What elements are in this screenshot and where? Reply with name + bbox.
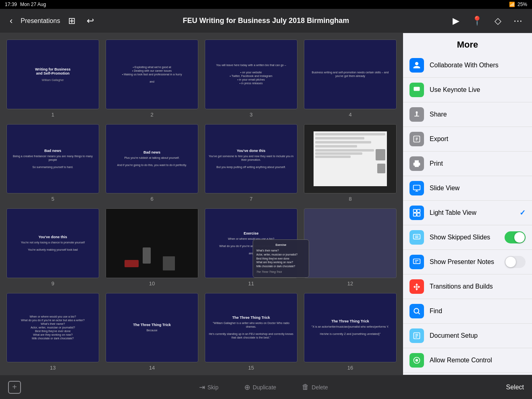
sidebar-item-transitions[interactable]: Transitions and Builds: [403, 274, 532, 299]
sidebar-item-light-table[interactable]: Light Table View ✓: [403, 201, 532, 225]
sidebar-label: Share: [430, 111, 526, 118]
popup-item: What's their name?: [256, 249, 305, 253]
grid-view-button[interactable]: ⊞: [65, 14, 79, 28]
svg-text:⬆: ⬆: [415, 111, 419, 116]
sidebar-label: Find: [430, 308, 526, 315]
slide-thumbnail[interactable]: Bad news Being a creative freelancer mea…: [6, 124, 99, 194]
sidebar-label: Light Table View: [430, 209, 514, 216]
time: 17:39: [5, 2, 17, 7]
slide-number: 4: [349, 112, 351, 118]
sidebar-label: Document Setup: [430, 332, 526, 339]
slide-thumbnail[interactable]: [106, 208, 198, 278]
slide-title: Bad news: [109, 150, 195, 154]
sidebar-item-print[interactable]: Print: [403, 152, 532, 176]
show-notes-toggle[interactable]: [505, 256, 526, 268]
slide-thumbnail[interactable]: Writing for Businessand Self-Promotion W…: [6, 39, 99, 109]
slide-number: 10: [149, 281, 155, 287]
sidebar-item-share[interactable]: ⬆ Share: [403, 102, 532, 127]
show-notes-icon: [409, 255, 424, 269]
slide-number: 9: [51, 281, 54, 287]
pin-button[interactable]: 📍: [468, 14, 486, 28]
show-skipped-toggle[interactable]: [505, 231, 526, 243]
back-button[interactable]: ‹: [6, 14, 16, 28]
slide-thumbnail[interactable]: Exercise When or where would you use a b…: [205, 208, 297, 278]
sidebar-item-show-skipped[interactable]: Show Skipped Slides: [403, 225, 532, 250]
slide-thumbnail[interactable]: • Exploiting what we're good at• Dealing…: [106, 39, 198, 109]
svg-rect-4: [414, 210, 417, 213]
slide-body: "X is an actor/writer/musician/journalis…: [308, 325, 393, 336]
slide-item[interactable]: Writing for Businessand Self-Promotion W…: [6, 39, 99, 118]
find-icon: [409, 304, 424, 318]
slide-number: 5: [51, 196, 54, 202]
slide-item[interactable]: 10: [106, 208, 198, 287]
main-area: Writing for Businessand Self-Promotion W…: [0, 33, 532, 375]
slide-item[interactable]: The Three Thing Trick Because 14: [106, 293, 198, 371]
presentations-link[interactable]: Presentations: [21, 17, 60, 25]
slide-item[interactable]: Bad news Plus you're rubbish at talking …: [106, 124, 198, 202]
select-button[interactable]: Select: [506, 384, 524, 391]
undo-button[interactable]: ↩: [83, 14, 97, 28]
slide-view-icon: [409, 181, 424, 195]
popup-title: Exercise: [256, 243, 305, 247]
slide-thumbnail[interactable]: Business writing and self-promotion need…: [304, 39, 397, 109]
slide-popup: Exercise What's their name? Actor, write…: [253, 239, 309, 277]
slide-item[interactable]: You've done this You've got someone to h…: [205, 124, 297, 202]
popup-item: Milk chocolate or dark chocolate?: [256, 264, 305, 268]
svg-rect-0: [414, 87, 420, 91]
svg-rect-3: [414, 185, 420, 190]
slide-thumbnail[interactable]: [304, 124, 397, 194]
slide-item[interactable]: You will leave here today with a written…: [205, 39, 297, 118]
slide-thumbnail[interactable]: You will leave here today with a written…: [205, 39, 297, 109]
slide-item[interactable]: When or where would you use a bio?What d…: [6, 293, 99, 371]
shape-button[interactable]: ◇: [491, 14, 505, 28]
slide-number: 14: [149, 365, 155, 371]
play-button[interactable]: ▶: [449, 14, 463, 28]
duplicate-button[interactable]: ⊕ Duplicate: [239, 380, 281, 395]
sidebar-item-show-notes[interactable]: Show Presenter Notes: [403, 250, 532, 274]
sidebar-item-allow-remote[interactable]: Allow Remote Control: [403, 348, 532, 373]
slide-thumbnail[interactable]: When or where would you use a bio?What d…: [6, 293, 99, 363]
sidebar-item-slide-view[interactable]: Slide View: [403, 176, 532, 201]
svg-point-14: [414, 308, 419, 313]
slide-thumbnail[interactable]: The Three Thing Trick "X is an actor/wri…: [304, 293, 397, 363]
slide-title: The Three Thing Trick: [109, 323, 195, 327]
toggle-switch[interactable]: [505, 231, 526, 243]
slide-item[interactable]: You've done this You're not only losing …: [6, 208, 99, 287]
more-button[interactable]: ⋯: [510, 14, 526, 28]
slide-number: 7: [249, 196, 252, 202]
slide-title: The Three Thing Trick: [308, 319, 393, 323]
sidebar-item-document-setup[interactable]: Document Setup: [403, 324, 532, 348]
slide-item[interactable]: Business writing and self-promotion need…: [304, 39, 397, 118]
sidebar-item-collaborate[interactable]: Collaborate With Others: [403, 53, 532, 78]
slide-grid-area[interactable]: Writing for Businessand Self-Promotion W…: [0, 33, 403, 375]
sidebar-item-find[interactable]: Find: [403, 299, 532, 324]
status-bar: 17:39 Mon 27 Aug 📶 25%: [0, 0, 532, 9]
slide-thumbnail[interactable]: The Three Thing Trick Because: [106, 293, 198, 363]
slide-item[interactable]: The Three Thing Trick "X is an actor/wri…: [304, 293, 397, 371]
slide-thumbnail[interactable]: You've done this You're not only losing …: [6, 208, 99, 278]
slide-thumbnail[interactable]: The Three Thing Trick "William Gallagher…: [205, 293, 297, 363]
slide-number: 16: [347, 365, 353, 371]
add-slide-button[interactable]: +: [8, 381, 21, 394]
slide-item[interactable]: • Exploiting what we're good at• Dealing…: [106, 39, 198, 118]
slide-item[interactable]: 12: [304, 208, 397, 287]
slide-body: When or where would you use a bio?What d…: [10, 315, 96, 341]
skip-button[interactable]: ⇥ Skip: [194, 380, 223, 395]
slide-thumbnail[interactable]: Bad news Plus you're rubbish at talking …: [106, 124, 198, 194]
slide-body: Being a creative freelancer means you ar…: [10, 154, 96, 169]
sidebar-item-keynote-live[interactable]: Use Keynote Live: [403, 78, 532, 102]
sidebar-item-export[interactable]: Export: [403, 127, 532, 152]
slide-item[interactable]: Bad news Being a creative freelancer mea…: [6, 124, 99, 202]
slide-item[interactable]: The Three Thing Trick "William Gallagher…: [205, 293, 297, 371]
slide-number: 11: [248, 281, 254, 287]
toggle-switch[interactable]: [505, 256, 526, 268]
transitions-icon: [409, 279, 424, 294]
slide-thumbnail[interactable]: You've done this You've got someone to h…: [205, 124, 297, 194]
svg-rect-5: [417, 210, 420, 213]
slide-thumbnail[interactable]: [304, 208, 397, 278]
slide-number: 12: [347, 281, 353, 287]
date: Mon 27 Aug: [20, 2, 46, 7]
delete-button[interactable]: 🗑 Delete: [297, 380, 332, 395]
slide-item[interactable]: 8: [304, 124, 397, 202]
slide-item[interactable]: Exercise When or where would you use a b…: [205, 208, 297, 287]
